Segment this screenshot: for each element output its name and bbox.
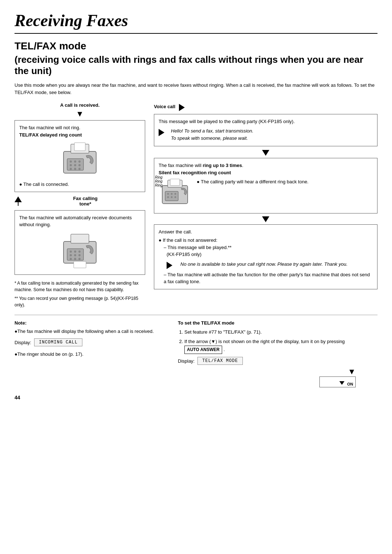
quote-arrow-1: [159, 129, 164, 136]
arrow-down-1: ▼: [15, 109, 145, 119]
right-box1-line1: This message will be played to the calli…: [159, 118, 373, 125]
tel-display-label: Display:: [178, 358, 195, 364]
right-mid-text: The fax machine will ring up to 3 times.: [159, 162, 373, 169]
display-row-1: Display: INCOMING CALL: [15, 338, 82, 346]
svg-point-12: [78, 168, 81, 170]
svg-point-25: [78, 258, 81, 260]
voice-call-row: Voice call: [154, 102, 377, 111]
voice-call-label: Voice call: [154, 102, 175, 109]
right-mid-label: Silent fax recognition ring count: [159, 169, 373, 176]
right-column: Voice call This message will be played t…: [154, 102, 377, 308]
right-bottom-kx: (KX-FP185 only): [167, 251, 373, 258]
svg-point-5: [74, 160, 76, 163]
svg-point-8: [74, 164, 76, 166]
tel-set-step2: If the arrow (▼) is not shown on the rig…: [184, 338, 377, 354]
fax-machine-illustration-2: [56, 231, 103, 269]
right-bottom-line1: Answer the call.: [159, 228, 373, 236]
tel-set-section: To set the TEL/FAX mode Set feature #77 …: [178, 320, 377, 388]
svg-point-6: [78, 160, 81, 163]
lcd-tel-fax-mode: TEL/FAX MODE: [197, 357, 242, 365]
svg-point-23: [70, 258, 72, 260]
svg-rect-29: [165, 191, 178, 201]
svg-rect-2: [74, 143, 85, 151]
on-arrow: [339, 381, 344, 385]
left-box1-bold: TEL/FAX delayed ring count: [19, 131, 140, 139]
svg-point-11: [74, 168, 76, 170]
page-number: 44: [15, 395, 377, 400]
fax-machine-illustration-1: [56, 140, 103, 179]
footnote-star1: * A fax calling tone is automatically ge…: [15, 280, 145, 293]
right-bottom-box: Answer the call. ● If the call is not an…: [154, 224, 377, 289]
on-label: ON: [347, 382, 354, 386]
svg-point-7: [70, 164, 72, 166]
quote-arrow-2: [167, 262, 172, 269]
svg-point-21: [74, 254, 76, 256]
call-received-label: A call is received.: [15, 102, 145, 108]
tel-set-step1: Set feature #77 to "TEL/FAX" (p. 71).: [184, 329, 377, 336]
svg-point-24: [74, 258, 76, 260]
note-title: Note:: [15, 320, 167, 326]
svg-point-18: [74, 250, 76, 253]
svg-point-19: [78, 250, 81, 253]
lcd-incoming-call: INCOMING CALL: [34, 338, 82, 346]
footnote-section: * A fax calling tone is automatically ge…: [15, 280, 145, 308]
intro-text: Use this mode when you are always near t…: [15, 82, 377, 96]
svg-point-32: [175, 193, 176, 195]
svg-rect-28: [170, 179, 180, 186]
left-box1-line1: The fax machine will not ring.: [19, 124, 140, 131]
right-box1-quote: Hello! To send a fax, start transmission…: [171, 127, 253, 143]
right-bottom-quote: No one is available to take your call ri…: [180, 260, 348, 268]
arrow-down-right-2: [154, 216, 377, 222]
diamond-arrow-up: [15, 196, 22, 202]
right-bottom-dash2: – The fax machine will activate the fax …: [164, 271, 373, 285]
page-title: Receiving Faxes: [15, 11, 377, 34]
footnote-star2: ** You can record your own greeting mess…: [15, 295, 145, 308]
display-row-2: Display: TEL/FAX MODE: [178, 357, 377, 365]
svg-point-35: [175, 196, 176, 198]
note-bullet1: ●The fax machine will display the follow…: [15, 328, 167, 335]
tel-set-title: To set the TEL/FAX mode: [178, 320, 377, 326]
right-mid-box: The fax machine will ring up to 3 times.…: [154, 158, 377, 213]
svg-point-20: [70, 254, 72, 256]
left-box-1: The fax machine will not ring. TEL/FAX d…: [15, 120, 145, 192]
fax-machine-illustration-3: [159, 178, 193, 207]
svg-point-34: [171, 196, 173, 198]
fax-calling-label: Fax calling tone*: [25, 196, 145, 207]
note-bullet2: ●The ringer should be on (p. 17).: [15, 351, 167, 358]
svg-point-9: [78, 164, 81, 166]
left-box2-text: The fax machine will automatically recei…: [19, 214, 140, 228]
svg-point-31: [171, 193, 173, 195]
tel-display-box-2: ON: [319, 376, 356, 387]
left-box1-bullet: ● The call is connected.: [19, 181, 140, 188]
right-bottom-bullet1: ● If the call is not answered:: [159, 237, 373, 244]
left-column: A call is received. ▼ The fax machine wi…: [15, 102, 145, 308]
svg-rect-15: [74, 261, 86, 268]
voice-call-arrow: [179, 104, 185, 111]
display-label-1: Display:: [15, 340, 31, 345]
svg-point-33: [167, 196, 169, 198]
right-bottom-dash1: – This message will be played.**: [164, 244, 373, 251]
tel-set-steps: Set feature #77 to "TEL/FAX" (p. 71). If…: [178, 329, 377, 354]
note-section: Note: ●The fax machine will display the …: [15, 320, 167, 388]
fax-calling-row: Fax calling tone*: [15, 194, 145, 208]
svg-point-30: [167, 193, 169, 195]
right-top-box: This message will be played to the calli…: [154, 114, 377, 146]
auto-answer-button-label: AUTO ANSWER: [184, 346, 222, 354]
svg-rect-14: [71, 234, 89, 243]
bottom-section: Note: ●The fax machine will display the …: [15, 315, 377, 388]
svg-point-22: [78, 254, 81, 256]
main-layout: A call is received. ▼ The fax machine wi…: [15, 102, 377, 308]
left-box-2: The fax machine will automatically recei…: [15, 210, 145, 275]
right-mid-bullet: ● The calling party will hear a differen…: [197, 178, 309, 186]
arrow-down-tel: ▼: [348, 367, 356, 376]
svg-point-10: [70, 168, 72, 170]
mode-title: TEL/FAX mode: [15, 40, 377, 52]
mode-subtitle: (receiving voice calls with rings and fa…: [15, 54, 377, 77]
svg-point-17: [70, 250, 72, 253]
svg-point-4: [70, 160, 72, 163]
arrow-down-right-1: [154, 150, 377, 156]
